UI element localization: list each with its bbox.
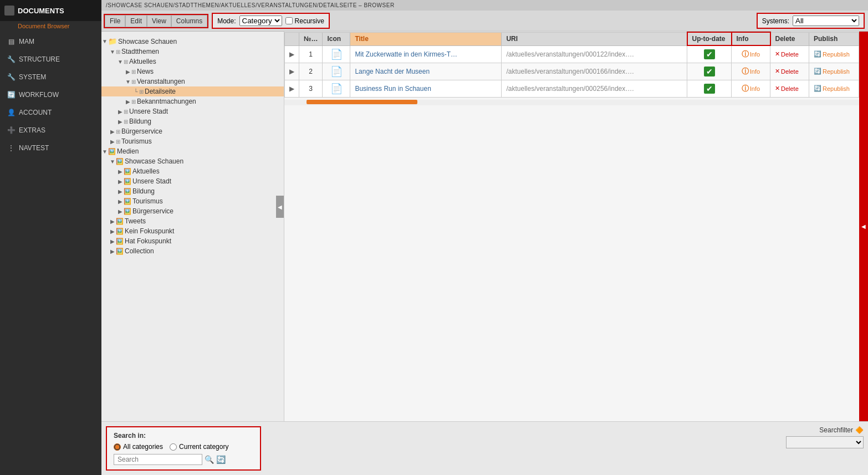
tree-expander[interactable]: ▶: [117, 208, 124, 214]
file-menu-button[interactable]: File: [105, 15, 125, 27]
republish-link[interactable]: 🔄 Republish: [814, 85, 854, 92]
tree-expander[interactable]: ▼: [109, 49, 116, 55]
col-header-delete[interactable]: Delete: [770, 32, 809, 45]
tree-item-stadtthemen[interactable]: ▼⊞Stadtthemen: [101, 47, 284, 57]
tree-expander[interactable]: ▼: [101, 38, 108, 44]
tree-item-unsere-stadt-2[interactable]: ▶🖼️Unsere Stadt: [101, 176, 284, 186]
tree-expander[interactable]: ▶: [109, 228, 116, 234]
tree-expander[interactable]: ▶: [117, 168, 124, 175]
tree-expander[interactable]: ▶: [117, 178, 124, 185]
tree-item-bekanntmachungen[interactable]: ▶⊞Bekanntmachungen: [101, 96, 284, 106]
tree-expander[interactable]: ▶: [125, 69, 131, 75]
tree-item-bildung[interactable]: ▶⊞Bildung: [101, 116, 284, 126]
sidebar-item-structure[interactable]: 🔧 STRUCTURE: [0, 50, 101, 68]
info-link[interactable]: ⓘ Info: [736, 49, 765, 59]
tree-item-tourismus-2[interactable]: ▶🖼️Tourismus: [101, 196, 284, 206]
tree-item-detailseite[interactable]: └⊞Detailseite: [101, 86, 284, 96]
row-info-2[interactable]: ⓘ Info: [732, 80, 770, 97]
tree-item-unsere-stadt[interactable]: ▶⊞Unsere Stadt: [101, 106, 284, 116]
sidebar-item-system[interactable]: 🔧 SYSTEM: [0, 68, 101, 86]
row-publish-2[interactable]: 🔄 Republish: [809, 80, 859, 97]
search-submit-button[interactable]: 🔍: [205, 455, 214, 464]
info-link[interactable]: ⓘ Info: [736, 67, 765, 76]
tree-expander[interactable]: ▶: [125, 99, 131, 105]
sidebar-item-extras[interactable]: ➕ EXTRAS: [0, 121, 101, 139]
row-expand-arrow[interactable]: ▶: [289, 68, 294, 75]
row-publish-0[interactable]: 🔄 Republish: [809, 45, 859, 63]
tree-item-tweets[interactable]: ▶🖼️Tweets: [101, 216, 284, 226]
col-header-num[interactable]: №…: [299, 32, 323, 45]
tree-expander[interactable]: ▶: [109, 139, 116, 145]
tree-expander[interactable]: ▼: [117, 59, 124, 65]
tree-item-hat-fokuspunkt[interactable]: ▶🖼️Hat Fokuspunkt: [101, 236, 284, 246]
republish-link[interactable]: 🔄 Republish: [814, 50, 854, 58]
col-header-info[interactable]: Info: [732, 32, 770, 45]
tree-item-buergerservice[interactable]: ▶⊞Bürgerservice: [101, 126, 284, 136]
tree-item-news[interactable]: ▶⊞News: [101, 67, 284, 76]
tree-collapse-button[interactable]: ◀: [276, 196, 284, 218]
right-panel-toggle[interactable]: ◀: [859, 32, 868, 421]
tree-expander[interactable]: ▶: [117, 188, 124, 195]
current-category-radio-label[interactable]: Current category: [170, 443, 228, 451]
row-title-2[interactable]: Business Run in Schauen: [350, 80, 502, 97]
row-uri-0[interactable]: /aktuelles/veranstaltungen/000122/index……: [502, 45, 687, 63]
row-expand-arrow[interactable]: ▶: [289, 50, 294, 58]
tree-expander[interactable]: ▶: [117, 119, 124, 125]
tree-item-bildung-2[interactable]: ▶🖼️Bildung: [101, 186, 284, 196]
delete-link[interactable]: ✕ Delete: [775, 50, 804, 58]
republish-link[interactable]: 🔄 Republish: [814, 68, 854, 75]
row-delete-2[interactable]: ✕ Delete: [770, 80, 809, 97]
row-delete-0[interactable]: ✕ Delete: [770, 45, 809, 63]
delete-link[interactable]: ✕ Delete: [775, 68, 804, 75]
row-info-1[interactable]: ⓘ Info: [732, 63, 770, 80]
row-title-0[interactable]: Mit Zuckerwatte in den Kirmes-T…: [350, 45, 502, 63]
delete-link[interactable]: ✕ Delete: [775, 85, 804, 92]
search-input[interactable]: [114, 454, 202, 465]
tree-expander[interactable]: ▶: [109, 248, 116, 254]
sidebar-item-workflow[interactable]: 🔄 WORKFLOW: [0, 86, 101, 104]
all-categories-radio-label[interactable]: All categories: [114, 443, 163, 451]
col-header-title[interactable]: Title: [350, 32, 502, 45]
edit-menu-button[interactable]: Edit: [125, 15, 147, 27]
row-info-0[interactable]: ⓘ Info: [732, 45, 770, 63]
col-header-icon[interactable]: Icon: [323, 32, 350, 45]
tree-expander[interactable]: ▶: [109, 129, 116, 135]
search-reset-button[interactable]: 🔄: [216, 455, 226, 464]
info-link[interactable]: ⓘ Info: [736, 84, 765, 94]
tree-item-collection[interactable]: ▶🖼️Collection: [101, 246, 284, 256]
tree-expander[interactable]: ▶: [109, 218, 116, 224]
tree-expander[interactable]: ▼: [109, 159, 116, 165]
col-header-uptodate[interactable]: Up-to-date: [687, 32, 732, 45]
app-subtitle[interactable]: Document Browser: [0, 21, 101, 33]
col-header-uri[interactable]: URI: [502, 32, 687, 45]
tree-expander[interactable]: ▶: [117, 198, 124, 205]
recursive-checkbox[interactable]: [285, 17, 293, 24]
row-delete-1[interactable]: ✕ Delete: [770, 63, 809, 80]
sidebar-item-navtest[interactable]: ⋮ NAVTEST: [0, 139, 101, 157]
tree-item-showcase-schauen-2[interactable]: ▼🖼️Showcase Schauen: [101, 156, 284, 166]
tree-item-showcase-schauen[interactable]: ▼📁Showcase Schauen: [101, 36, 284, 47]
tree-item-tourismus[interactable]: ▶⊞Tourismus: [101, 136, 284, 146]
columns-menu-button[interactable]: Columns: [171, 15, 207, 27]
all-categories-radio[interactable]: [114, 443, 121, 451]
col-header-expand[interactable]: [285, 32, 299, 45]
row-publish-1[interactable]: 🔄 Republish: [809, 63, 859, 80]
tree-expander[interactable]: └: [132, 89, 139, 95]
row-uri-2[interactable]: /aktuelles/veranstaltungen/000256/index……: [502, 80, 687, 97]
tree-item-buergerservice-2[interactable]: ▶🖼️Bürgerservice: [101, 206, 284, 216]
col-header-publish[interactable]: Publish: [809, 32, 859, 45]
tree-expander[interactable]: ▶: [117, 109, 124, 115]
tree-expander[interactable]: ▼: [101, 149, 108, 155]
tree-item-aktuelles-2[interactable]: ▶🖼️Aktuelles: [101, 166, 284, 176]
sidebar-item-mam[interactable]: ▤ MAM: [0, 33, 101, 50]
mode-select[interactable]: Category: [239, 16, 282, 26]
tree-item-medien[interactable]: ▼🖼️Medien: [101, 146, 284, 156]
tree-expander[interactable]: ▶: [109, 238, 116, 244]
tree-item-aktuelles[interactable]: ▼⊞Aktuelles: [101, 57, 284, 67]
tree-item-kein-fokuspunkt[interactable]: ▶🖼️Kein Fokuspunkt: [101, 226, 284, 236]
current-category-radio[interactable]: [170, 443, 177, 451]
systems-select[interactable]: All: [793, 16, 859, 26]
tree-expander[interactable]: ▼: [125, 79, 131, 85]
view-menu-button[interactable]: View: [147, 15, 171, 27]
sidebar-item-account[interactable]: 👤 ACCOUNT: [0, 104, 101, 121]
